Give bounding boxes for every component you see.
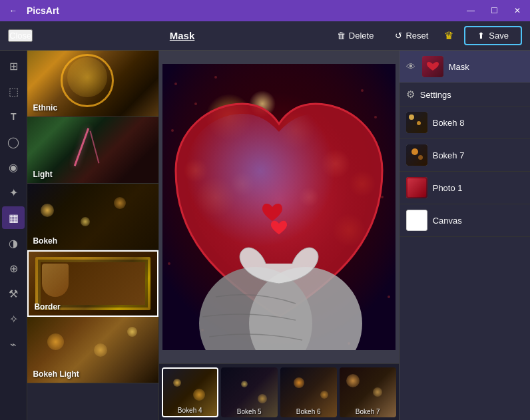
layer-mask[interactable]: 👁 Mask — [399, 51, 530, 83]
svg-point-3 — [194, 103, 197, 105]
filter-panel: Ethnic Light Bokeh Border — [27, 51, 158, 420]
filter-bokehlight-label: Bokeh Light — [33, 369, 79, 379]
svg-point-7 — [171, 129, 174, 132]
maximize-button[interactable]: ☐ — [487, 5, 502, 17]
tools-tool[interactable]: ⚒ — [2, 282, 25, 305]
toolbar: Close Mask 🗑 Delete ↺ Reset ♛ ⬆ Save — [0, 21, 530, 51]
strip-bokeh4-label: Bokeh 4 — [163, 407, 217, 414]
back-button[interactable]: ← — [5, 5, 21, 17]
titlebar-left: ← PicsArt — [5, 5, 59, 17]
blend-tool[interactable]: ⊕ — [2, 257, 25, 280]
crop-tool[interactable]: ⬚ — [2, 80, 25, 103]
canvas-area: Bokeh 4 Bokeh 5 Bokeh 6 — [159, 51, 399, 420]
layer-thumb-bokeh7 — [406, 144, 427, 166]
settings-item[interactable]: ⚙ Settings — [399, 83, 530, 106]
minimize-button[interactable]: — — [463, 5, 479, 17]
filter-ethnic-label: Ethnic — [33, 103, 57, 112]
layer-thumb-photo1 — [406, 177, 427, 198]
filter-light-label: Light — [33, 170, 52, 179]
titlebar-controls: — ☐ ✕ — [463, 5, 525, 17]
right-panel: 👁 Mask ⚙ Settings — [399, 51, 530, 420]
adjust-tool[interactable]: ◑ — [2, 232, 25, 254]
canvas-main[interactable] — [159, 51, 399, 363]
delete-label: Delete — [349, 31, 374, 41]
layer-bokeh8[interactable]: Bokeh 8 — [399, 106, 530, 139]
svg-point-8 — [381, 196, 384, 198]
layer-thumb-canvas — [406, 210, 427, 231]
titlebar: ← PicsArt — ☐ ✕ — [0, 0, 530, 21]
reset-icon: ↺ — [395, 31, 402, 41]
svg-point-10 — [388, 296, 390, 298]
svg-point-4 — [214, 76, 217, 79]
filter-ethnic[interactable]: Ethnic — [27, 51, 158, 117]
main-layout: ⊞ ⬚ T ◯ ◉ ✦ ▦ ◑ ⊕ ⚒ ✧ ⌁ Ethnic Light — [0, 51, 530, 420]
layer-photo1-name: Photo 1 — [433, 183, 463, 193]
filter-bokeh-label: Bokeh — [33, 236, 57, 246]
strip-bokeh6-label: Bokeh 6 — [280, 408, 337, 415]
strip-item-bokeh6[interactable]: Bokeh 6 — [280, 367, 337, 417]
left-tools: ⊞ ⬚ T ◯ ◉ ✦ ▦ ◑ ⊕ ⚒ ✧ ⌁ — [0, 51, 27, 420]
layers-tool[interactable]: ▦ — [2, 206, 25, 229]
svg-point-2 — [174, 83, 177, 85]
bottom-strip: Bokeh 4 Bokeh 5 Bokeh 6 — [159, 363, 399, 420]
delete-icon: 🗑 — [337, 31, 346, 41]
layer-thumb-bokeh8 — [406, 112, 427, 133]
sparkle-tool[interactable]: ✧ — [2, 308, 25, 330]
brush-tool[interactable]: ⌁ — [2, 333, 25, 355]
toolbar-title: Mask — [43, 30, 321, 41]
delete-button[interactable]: 🗑 Delete — [332, 28, 380, 43]
layer-bokeh8-name: Bokeh 8 — [433, 118, 465, 128]
crown-icon: ♛ — [444, 29, 453, 42]
canvas-image — [162, 64, 396, 350]
filter-border[interactable]: Border — [27, 250, 158, 317]
svg-point-5 — [361, 89, 364, 92]
strip-bokeh5-label: Bokeh 5 — [221, 408, 278, 415]
gear-icon: ⚙ — [406, 89, 415, 101]
save-button[interactable]: ⬆ Save — [464, 26, 522, 45]
layer-bokeh7[interactable]: Bokeh 7 — [399, 139, 530, 172]
filter-bokehlight[interactable]: Bokeh Light — [27, 317, 158, 383]
draw-tool[interactable]: ◯ — [2, 130, 25, 153]
layer-canvas-name: Canvas — [433, 216, 462, 226]
settings-label: Settings — [420, 90, 451, 100]
filter-bokeh[interactable]: Bokeh — [27, 184, 158, 250]
strip-bokeh7-label: Bokeh 7 — [340, 408, 396, 415]
grid-tool[interactable]: ⊞ — [2, 55, 25, 77]
close-label-button[interactable]: Close — [8, 29, 33, 42]
text-tool[interactable]: T — [2, 105, 25, 128]
effects-tool[interactable]: ✦ — [2, 181, 25, 204]
svg-point-6 — [374, 116, 377, 118]
svg-point-9 — [168, 262, 170, 265]
layer-photo1[interactable]: Photo 1 — [399, 172, 530, 204]
reset-button[interactable]: ↺ Reset — [390, 28, 433, 43]
strip-item-bokeh4[interactable]: Bokeh 4 — [162, 367, 218, 417]
layer-bokeh7-name: Bokeh 7 — [433, 150, 465, 160]
filter-border-label: Border — [34, 302, 60, 312]
reset-label: Reset — [405, 31, 428, 41]
strip-item-bokeh7[interactable]: Bokeh 7 — [340, 367, 396, 417]
layer-mask-name: Mask — [449, 62, 469, 72]
upload-icon: ⬆ — [477, 31, 485, 41]
sticker-tool[interactable]: ◉ — [2, 156, 25, 178]
visibility-icon[interactable]: 👁 — [406, 61, 415, 72]
layer-thumb-mask — [422, 56, 443, 77]
layer-canvas[interactable]: Canvas — [399, 204, 530, 237]
toolbar-actions: 🗑 Delete ↺ Reset ♛ ⬆ Save — [332, 26, 522, 45]
strip-item-bokeh5[interactable]: Bokeh 5 — [221, 367, 278, 417]
save-label: Save — [489, 31, 509, 41]
close-button[interactable]: ✕ — [510, 5, 525, 17]
canvas-svg — [162, 64, 396, 350]
app-title: PicsArt — [27, 5, 59, 16]
filter-light[interactable]: Light — [27, 117, 158, 184]
